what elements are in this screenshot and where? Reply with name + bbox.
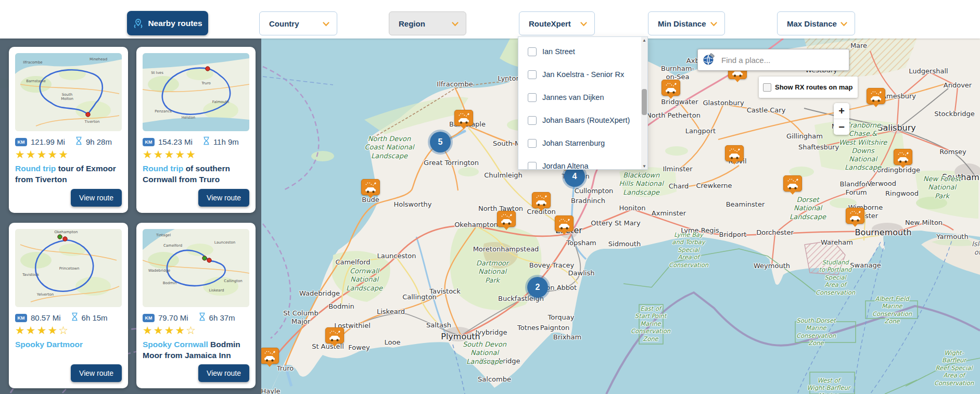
route-marker[interactable] — [555, 215, 574, 232]
route-marker[interactable] — [361, 179, 380, 195]
scroll-down-arrow[interactable]: ▼ — [641, 163, 647, 169]
route-thumbnail[interactable]: IlfracombeMineheadBarnstapleSouthMoltonT… — [15, 53, 122, 131]
route-rating: ★★★★☆ — [143, 325, 249, 336]
show-rx-routes-toggle[interactable]: Show RX routes on map — [759, 77, 858, 98]
svg-text:Minehead: Minehead — [90, 57, 107, 61]
svg-text:Wadebridge: Wadebridge — [148, 269, 170, 273]
route-distance: 154.23 Mi — [158, 137, 193, 146]
filter-label-routexpert: RouteXpert — [529, 19, 571, 28]
hourglass-icon — [203, 136, 210, 147]
svg-text:Ilfracombe: Ilfracombe — [23, 60, 42, 65]
nearby-routes-icon — [133, 18, 144, 29]
svg-text:Okehampton: Okehampton — [54, 230, 78, 234]
zoom-out-button[interactable]: − — [834, 119, 849, 135]
filter-label-max-distance: Max Distance — [787, 19, 837, 28]
filter-dropdown-min-distance[interactable]: Min Distance — [648, 11, 725, 35]
search-input[interactable] — [720, 55, 849, 65]
option-label-johan-starrenburg: Johan Starrenburg — [542, 138, 605, 148]
scrollbar-thumb[interactable] — [642, 89, 647, 115]
filter-label-region: Region — [399, 19, 425, 28]
checkbox-jannes-van-dijken[interactable] — [528, 93, 537, 102]
checkbox-jordan-altena[interactable] — [528, 162, 537, 170]
routexpert-option-jannes-van-dijken[interactable]: Jannes van Dijken — [528, 86, 641, 109]
route-distance: 121.99 Mi — [31, 137, 65, 146]
routexpert-option-jordan-altena[interactable]: Jordan Altena — [528, 155, 641, 170]
find-place-search[interactable] — [697, 49, 849, 71]
route-card-3: OkehamptonTavistockPrincetownYelvertonKM… — [9, 223, 128, 388]
route-thumbnail[interactable]: OkehamptonTavistockPrincetownYelverton — [15, 229, 122, 307]
route-cluster-5[interactable]: 5 — [430, 132, 451, 152]
route-card-4: TintagelCamelfordLauncestonWadebridgeBod… — [136, 223, 256, 388]
route-title: Round trip of southern Cornwall from Tru… — [143, 163, 249, 185]
route-marker[interactable] — [894, 149, 912, 165]
checkbox-johan-starrenburg[interactable] — [528, 139, 537, 148]
route-card-1: IlfracombeMineheadBarnstapleSouthMoltonT… — [9, 47, 128, 213]
route-duration: 11h 9m — [213, 137, 239, 146]
view-route-button[interactable]: View route — [71, 364, 122, 382]
filter-dropdown-country[interactable]: Country — [259, 11, 337, 35]
option-label-ian-street: Ian Street — [542, 47, 575, 57]
route-duration: 9h 28m — [86, 137, 112, 146]
route-marker[interactable] — [867, 88, 885, 104]
svg-text:Bodmin: Bodmin — [163, 281, 177, 285]
show-rx-label: Show RX routes on map — [775, 83, 853, 91]
dropdown-scrollbar[interactable]: ▲ ▼ — [641, 37, 647, 169]
route-card-2: St IvesTruroFalmouthPenzanceHelstonKM154… — [136, 47, 256, 213]
view-route-button[interactable]: View route — [198, 364, 249, 382]
svg-text:Camelford: Camelford — [163, 244, 182, 248]
route-distance: 79.70 Mi — [158, 313, 188, 322]
route-marker[interactable] — [325, 327, 344, 344]
routexpert-option-ian-street[interactable]: Ian Street — [528, 40, 641, 63]
checkbox-ian-street[interactable] — [528, 47, 537, 56]
option-label-jannes-van-dijken: Jannes van Dijken — [542, 93, 604, 103]
distance-badge-icon: KM — [143, 138, 155, 146]
route-stats: KM154.23 Mi11h 9m — [143, 136, 249, 147]
svg-text:Callington: Callington — [224, 279, 242, 283]
route-stats: KM80.57 Mi6h 15m — [15, 312, 122, 323]
filter-dropdown-routexpert[interactable]: RouteXpert — [519, 11, 595, 35]
route-cluster-2[interactable]: 2 — [527, 277, 548, 298]
show-rx-checkbox[interactable] — [763, 83, 771, 92]
filter-dropdown-region[interactable]: Region — [389, 11, 466, 35]
routexpert-option-johan-starrenburg[interactable]: Johan Starrenburg — [528, 132, 641, 155]
distance-badge-icon: KM — [143, 314, 155, 322]
option-label-johan-baars-routexpert: Johan Baars (RouteXpert) — [542, 116, 630, 125]
svg-text:Truro: Truro — [201, 81, 211, 85]
route-marker[interactable] — [783, 175, 802, 192]
route-marker[interactable] — [725, 145, 744, 161]
route-thumbnail[interactable]: St IvesTruroFalmouthPenzanceHelston — [143, 53, 249, 131]
route-marker[interactable] — [497, 211, 516, 227]
svg-text:Tintagel: Tintagel — [156, 233, 171, 237]
view-route-button[interactable]: View route — [71, 189, 122, 207]
route-title: Round trip tour of Exmoor from Tiverton — [15, 163, 122, 185]
routexpert-options-list: Ian StreetJan Koelstra - Senior RxJannes… — [518, 37, 641, 170]
distance-badge-icon: KM — [15, 138, 27, 146]
zoom-in-button[interactable]: + — [834, 103, 849, 119]
route-rating: ★★★★★ — [143, 149, 249, 160]
routexpert-option-johan-baars-routexpert[interactable]: Johan Baars (RouteXpert) — [528, 109, 641, 132]
route-marker[interactable] — [454, 110, 473, 126]
filter-dropdown-max-distance[interactable]: Max Distance — [777, 11, 855, 35]
globe-magnifier-icon — [703, 52, 716, 68]
scroll-up-arrow[interactable]: ▲ — [641, 37, 647, 43]
route-stats: KM79.70 Mi6h 37m — [143, 312, 249, 323]
route-title: Spooky Dartmoor — [15, 339, 122, 350]
routexpert-option-jan-koelstra-senior-rx[interactable]: Jan Koelstra - Senior Rx — [528, 63, 641, 86]
chevron-down-icon — [580, 19, 587, 28]
route-duration: 6h 15m — [82, 313, 108, 322]
route-marker[interactable] — [846, 208, 864, 224]
route-marker[interactable] — [661, 80, 680, 96]
nearby-routes-button[interactable]: Nearby routes — [127, 11, 208, 35]
checkbox-johan-baars-routexpert[interactable] — [528, 116, 537, 125]
svg-text:St Ives: St Ives — [151, 71, 163, 75]
route-title-lead: Spooky Cornwall — [143, 340, 208, 349]
top-toolbar: Nearby routes CountryRegionRouteXpertMin… — [0, 0, 980, 39]
option-label-jordan-altena: Jordan Altena — [542, 161, 589, 170]
nearby-routes-label: Nearby routes — [148, 19, 202, 28]
view-route-button[interactable]: View route — [198, 189, 249, 207]
checkbox-jan-koelstra-senior-rx[interactable] — [528, 70, 537, 79]
option-label-jan-koelstra-senior-rx: Jan Koelstra - Senior Rx — [542, 70, 624, 80]
route-thumbnail[interactable]: TintagelCamelfordLauncestonWadebridgeBod… — [143, 229, 249, 307]
svg-text:Yelverton: Yelverton — [36, 293, 54, 297]
route-marker[interactable] — [532, 192, 551, 208]
